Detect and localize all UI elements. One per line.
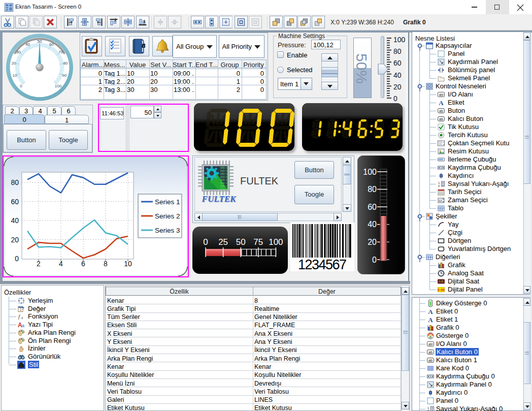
svg-text:40: 40 xyxy=(25,42,30,47)
svg-text:50%: 50% xyxy=(354,53,370,84)
svg-text:20: 20 xyxy=(368,238,377,246)
svg-text:000:111: 000:111 xyxy=(220,173,230,175)
svg-text:8:08: 8:08 xyxy=(439,280,444,283)
svg-text:80: 80 xyxy=(368,185,377,194)
svg-text:ab: ab xyxy=(439,109,443,113)
svg-text:010:101: 010:101 xyxy=(220,176,230,178)
svg-text:?: ? xyxy=(22,306,24,310)
svg-text:Series 3: Series 3 xyxy=(155,227,180,234)
svg-text:Series 1: Series 1 xyxy=(155,198,180,206)
svg-text:x: x xyxy=(21,315,23,320)
svg-text:20: 20 xyxy=(12,61,16,66)
svg-text:2: 2 xyxy=(438,184,440,187)
svg-text:100: 100 xyxy=(269,237,283,247)
svg-text:abl: abl xyxy=(428,342,433,346)
svg-text:40: 40 xyxy=(11,216,19,225)
svg-text:A: A xyxy=(439,99,444,106)
svg-text:90: 90 xyxy=(62,73,67,78)
svg-text:60: 60 xyxy=(49,42,54,47)
svg-text:50: 50 xyxy=(38,39,42,44)
svg-text:100: 100 xyxy=(363,168,377,176)
svg-text:50: 50 xyxy=(236,237,246,247)
svg-text:40: 40 xyxy=(368,220,377,229)
svg-text:A: A xyxy=(428,308,433,315)
svg-text:000:111: 000:111 xyxy=(220,179,230,181)
svg-text:20: 20 xyxy=(11,236,19,244)
svg-text:A: A xyxy=(428,316,433,323)
svg-text:ab: ab xyxy=(428,351,433,354)
svg-text:000:111: 000:111 xyxy=(220,167,230,169)
svg-text:010:101: 010:101 xyxy=(220,170,230,172)
svg-text:30: 30 xyxy=(16,50,21,54)
svg-text:25: 25 xyxy=(218,237,228,247)
svg-text:f: f xyxy=(18,313,21,320)
svg-text:010:101: 010:101 xyxy=(220,188,230,191)
svg-text:ab: ab xyxy=(439,117,443,121)
svg-text:a: a xyxy=(22,323,24,328)
svg-text:1234567: 1234567 xyxy=(298,257,347,271)
svg-text:010:101: 010:101 xyxy=(220,182,230,184)
svg-text:70: 70 xyxy=(58,50,63,54)
svg-text:60: 60 xyxy=(11,198,19,206)
svg-text:100: 100 xyxy=(55,84,62,88)
svg-text:0: 0 xyxy=(372,256,377,264)
svg-text:0: 0 xyxy=(203,237,208,247)
svg-text:abl: abl xyxy=(439,93,444,97)
svg-text:75: 75 xyxy=(253,237,263,247)
svg-text:12: 12 xyxy=(439,199,442,202)
svg-text:Series 2: Series 2 xyxy=(155,212,180,220)
svg-text:0: 0 xyxy=(15,255,19,263)
svg-text:80: 80 xyxy=(63,61,68,66)
svg-text:10: 10 xyxy=(13,73,17,78)
svg-text:0:00: 0:00 xyxy=(438,288,445,292)
svg-text:80: 80 xyxy=(11,178,19,186)
svg-text:ab: ab xyxy=(428,359,433,362)
svg-text:60: 60 xyxy=(368,203,377,211)
svg-text:000:111: 000:111 xyxy=(220,185,230,187)
svg-text:0: 0 xyxy=(20,84,22,88)
